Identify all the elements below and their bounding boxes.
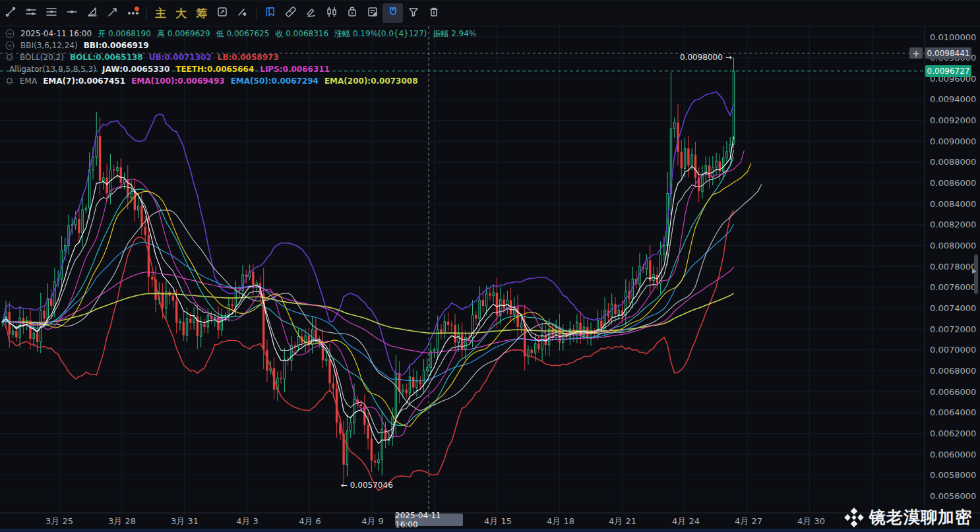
magnet-icon (386, 5, 400, 21)
multi-lines-tool-button[interactable] (41, 3, 61, 23)
time-tick-label: 3月 25 (46, 516, 73, 526)
replay-edit-icon (216, 5, 229, 21)
price-tick-label: 0.0056000 (930, 491, 976, 501)
ema-name[interactable]: EMA (20, 76, 37, 86)
bbi-value: BBI:0.0066919 (84, 41, 149, 50)
freehand-pen-button[interactable] (301, 3, 321, 23)
alligator-row: Alligator(13,8,5,8,5,3) JAW:0.0065330 TE… (5, 63, 482, 75)
price-tick-label: 0.0094000 (930, 94, 976, 104)
ema200-value: EMA(200):0.0073008 (324, 76, 418, 86)
diamond-logo-icon (843, 507, 865, 528)
bbi-name[interactable]: BBI(3,6,12,24) (20, 41, 78, 50)
ruler-icon (284, 5, 297, 21)
pitchfork-tool-button[interactable] (82, 3, 102, 23)
replay-edit-button[interactable] (212, 3, 232, 23)
price-tick-label: 0.0070000 (930, 345, 976, 355)
notification-badge (134, 6, 140, 12)
price-tick-label: 0.0074000 (930, 303, 976, 313)
price-tick-label: 0.0084000 (930, 199, 976, 209)
time-tick-label: 3月 28 (108, 516, 136, 526)
toolbar-separator (256, 7, 257, 20)
price-tick-label: 0.0060000 (930, 450, 976, 459)
time-tick-label: 4月 27 (735, 516, 762, 526)
alligator-name[interactable]: Alligator(13,8,5,8,5,3) (9, 65, 96, 74)
arrow-line-icon (106, 5, 119, 21)
price-tick-label: 0.0088000 (930, 157, 976, 167)
grid (0, 26, 925, 513)
candle-pattern-button[interactable] (321, 3, 342, 23)
open-value: 0.0068190 (108, 29, 151, 38)
horizontal-line-icon (65, 5, 78, 21)
ema50-value: EMA(50):0.0067294 (231, 76, 319, 86)
price-tick-label: 0.0064000 (930, 407, 976, 417)
bottom-edge-strip (0, 529, 980, 532)
trash-icon (427, 5, 441, 21)
boll-row: BOLL(20,2) BOLL:0.0065138 UB:0.0071302 L… (5, 51, 482, 63)
brush-icon (236, 5, 249, 21)
time-tick-label: 4月 24 (672, 516, 700, 526)
trend-line-tool-button[interactable] (0, 3, 20, 23)
collapse-circle-icon[interactable] (5, 41, 15, 50)
bookmark-icon (264, 5, 277, 21)
boll-mid-value: BOLL:0.0065138 (70, 53, 143, 62)
time-tick-label: 4月 21 (609, 516, 636, 526)
high-value: 0.0069629 (168, 29, 210, 38)
ruler-tool-button[interactable] (280, 3, 301, 23)
collapse-circle-icon[interactable] (5, 29, 15, 38)
price-tick-label: 0.0086000 (930, 178, 976, 188)
panel-scrollbar-thumb[interactable] (974, 254, 978, 294)
trading-chart-app: 0.01000000.00980000.00960000.00940000.00… (0, 0, 980, 532)
watermark-text: 镜老漠聊加密 (869, 506, 972, 528)
amplitude-value: 2.94% (451, 29, 476, 38)
main-chart-button[interactable]: 主 (150, 3, 171, 23)
indicator-legend: 2025-04-11 16:00 开 0.0068190 高 0.0069629… (5, 28, 482, 87)
ohlc-row: 2025-04-11 16:00 开 0.0068190 高 0.0069629… (5, 28, 482, 40)
boll-lb-value: LB:0.0058973 (218, 53, 279, 62)
time-tick-label: 3月 31 (171, 516, 199, 526)
panel-expand-arrow[interactable]: ▶ (972, 268, 977, 274)
toolbar-separator (146, 7, 147, 20)
price-tick-label: 0.0092000 (930, 115, 976, 125)
arrow-line-tool-button[interactable] (102, 3, 123, 23)
alert-bell-icon[interactable] (5, 53, 14, 62)
bbi-row: BBI(3,6,12,24) BBI:0.0066919 (5, 40, 482, 51)
time-tick-label: 4月 9 (361, 516, 384, 526)
notes-edit-button[interactable] (362, 3, 383, 23)
horizontal-line-tool-button[interactable] (61, 3, 82, 23)
more-tools-button[interactable] (123, 3, 143, 23)
time-tick-label: 4月 30 (797, 516, 825, 526)
price-tick-label: 0.0058000 (930, 470, 976, 480)
low-value: 0.0067625 (226, 29, 269, 38)
high-price-annotation: 0.0098000 → (680, 53, 732, 62)
document-edit-icon (366, 5, 379, 21)
parallel-lines-icon (24, 5, 38, 21)
pitchfork-icon (86, 5, 99, 21)
ema-row: EMA EMA(7):0.0067451 EMA(100):0.0069493 … (5, 75, 482, 87)
time-tick-label: 4月 3 (236, 516, 259, 526)
chips-button[interactable]: 筹 (191, 3, 212, 23)
add-alert-plus-button[interactable]: + (909, 47, 923, 59)
time-tick-label: 4月 18 (547, 516, 574, 526)
close-value: 0.0068316 (286, 29, 328, 38)
teeth-value: TEETH:0.0065664 (175, 65, 254, 74)
price-tick-label: 0.0066000 (930, 387, 976, 397)
lock-icon (346, 5, 359, 21)
crosshair-time-label: 2025-04-11 16:00 (395, 514, 463, 526)
parallel-lines-tool-button[interactable] (20, 3, 41, 23)
ema100-value: EMA(100):0.0069493 (131, 76, 225, 86)
magnet-mode-button[interactable] (383, 3, 403, 23)
boll-name[interactable]: BOLL(20,2) (20, 53, 64, 62)
time-tick-label: 4月 15 (484, 516, 512, 526)
lock-button[interactable] (342, 3, 362, 23)
price-tick-label: 0.0062000 (930, 429, 976, 438)
alert-bell-icon[interactable] (5, 77, 14, 86)
large-chart-button[interactable]: 大 (171, 3, 191, 23)
boll-ub-value: UB:0.0071302 (149, 53, 212, 62)
brush-tool-button[interactable] (232, 3, 253, 23)
time-tick-label: 4月 6 (299, 516, 321, 526)
delete-drawings-button[interactable] (423, 3, 444, 23)
bookmark-template-button[interactable] (260, 3, 280, 23)
filter-button[interactable] (403, 3, 423, 23)
pen-icon (305, 5, 318, 21)
jaw-value: JAW:0.0065330 (102, 65, 169, 74)
